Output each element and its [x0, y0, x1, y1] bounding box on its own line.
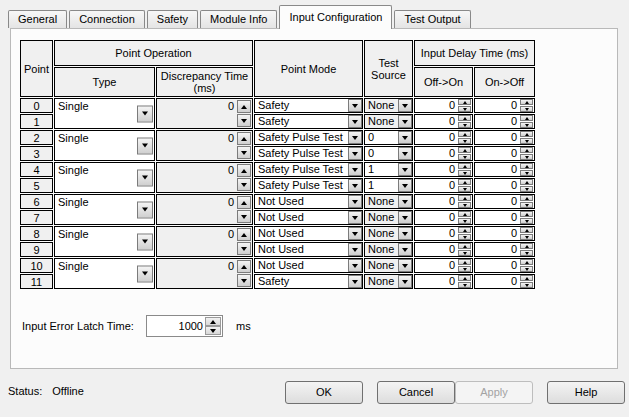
spin-down-icon[interactable]	[237, 114, 251, 127]
point-row-header[interactable]: 8	[20, 226, 53, 241]
spin-up-icon[interactable]	[458, 131, 471, 137]
spin-down-icon[interactable]	[520, 234, 533, 240]
test-source-combo[interactable]: None	[364, 194, 413, 209]
test-source-combo[interactable]: None	[364, 274, 413, 289]
spin-down-icon[interactable]	[520, 250, 533, 256]
chevron-down-icon[interactable]	[398, 131, 412, 144]
spin-down-icon[interactable]	[458, 202, 471, 208]
chevron-down-icon[interactable]	[398, 163, 412, 176]
spin-up-icon[interactable]	[520, 195, 533, 201]
chevron-down-icon[interactable]	[348, 227, 362, 240]
test-source-combo[interactable]: None	[364, 210, 413, 225]
spin-up-icon[interactable]	[458, 195, 471, 201]
chevron-down-icon[interactable]	[398, 227, 412, 240]
chevron-down-icon[interactable]	[398, 179, 412, 192]
tab-input-configuration[interactable]: Input Configuration	[279, 5, 392, 29]
spin-up-icon[interactable]	[520, 131, 533, 137]
spin-down-icon[interactable]	[237, 210, 251, 223]
point-mode-combo[interactable]: Not Used	[254, 226, 363, 241]
off-on-delay-spinner[interactable]: 0	[414, 130, 473, 145]
test-source-combo[interactable]: None	[364, 258, 413, 273]
spin-up-icon[interactable]	[520, 243, 533, 249]
point-row-header[interactable]: 10	[20, 258, 53, 273]
on-off-delay-spinner[interactable]: 0	[474, 274, 535, 289]
on-off-delay-spinner[interactable]: 0	[474, 114, 535, 129]
type-combo[interactable]: Single	[54, 162, 155, 193]
discrepancy-spinner[interactable]: 0	[156, 162, 253, 193]
cancel-button[interactable]: Cancel	[377, 381, 455, 404]
point-mode-combo[interactable]: Not Used	[254, 242, 363, 257]
point-row-header[interactable]: 7	[20, 210, 53, 225]
spin-up-icon[interactable]	[520, 259, 533, 265]
spin-down-icon[interactable]	[520, 218, 533, 224]
input-error-latch-time-spinner[interactable]: 1000	[146, 315, 223, 337]
spin-up-icon[interactable]	[237, 132, 251, 145]
chevron-down-icon[interactable]	[398, 147, 412, 160]
point-mode-combo[interactable]: Safety Pulse Test	[254, 146, 363, 161]
spin-up-icon[interactable]	[458, 259, 471, 265]
point-row-header[interactable]: 2	[20, 130, 53, 145]
chevron-down-icon[interactable]	[348, 259, 362, 272]
tab-safety[interactable]: Safety	[147, 10, 198, 28]
off-on-delay-spinner[interactable]: 0	[414, 226, 473, 241]
off-on-delay-spinner[interactable]: 0	[414, 162, 473, 177]
spin-down-icon[interactable]	[458, 186, 471, 192]
chevron-down-icon[interactable]	[348, 131, 362, 144]
spin-down-icon[interactable]	[520, 186, 533, 192]
off-on-delay-spinner[interactable]: 0	[414, 274, 473, 289]
point-mode-combo[interactable]: Safety	[254, 98, 363, 113]
spin-down-icon[interactable]	[205, 326, 221, 335]
spin-down-icon[interactable]	[237, 274, 251, 287]
test-source-combo[interactable]: 1	[364, 178, 413, 193]
point-mode-combo[interactable]: Safety Pulse Test	[254, 130, 363, 145]
type-combo[interactable]: Single	[54, 258, 155, 289]
tab-connection[interactable]: Connection	[69, 10, 145, 28]
ok-button[interactable]: OK	[285, 381, 363, 404]
type-combo[interactable]: Single	[54, 130, 155, 161]
point-row-header[interactable]: 6	[20, 194, 53, 209]
spin-down-icon[interactable]	[458, 234, 471, 240]
spin-up-icon[interactable]	[237, 164, 251, 177]
chevron-down-icon[interactable]	[398, 275, 412, 288]
tab-module-info[interactable]: Module Info	[200, 10, 277, 28]
type-combo[interactable]: Single	[54, 194, 155, 225]
test-source-combo[interactable]: 1	[364, 162, 413, 177]
discrepancy-spinner[interactable]: 0	[156, 226, 253, 257]
on-off-delay-spinner[interactable]: 0	[474, 242, 535, 257]
help-button[interactable]: Help	[547, 381, 625, 404]
on-off-delay-spinner[interactable]: 0	[474, 146, 535, 161]
point-row-header[interactable]: 0	[20, 98, 53, 113]
spin-up-icon[interactable]	[520, 99, 533, 105]
spin-up-icon[interactable]	[458, 147, 471, 153]
point-row-header[interactable]: 5	[20, 178, 53, 193]
type-combo[interactable]: Single	[54, 98, 155, 129]
apply-button[interactable]: Apply	[455, 381, 533, 404]
type-combo[interactable]: Single	[54, 226, 155, 257]
spin-up-icon[interactable]	[458, 115, 471, 121]
off-on-delay-spinner[interactable]: 0	[414, 210, 473, 225]
off-on-delay-spinner[interactable]: 0	[414, 178, 473, 193]
chevron-down-icon[interactable]	[398, 115, 412, 128]
on-off-delay-spinner[interactable]: 0	[474, 226, 535, 241]
discrepancy-spinner[interactable]: 0	[156, 98, 253, 129]
chevron-down-icon[interactable]	[398, 211, 412, 224]
spin-up-icon[interactable]	[237, 228, 251, 241]
off-on-delay-spinner[interactable]: 0	[414, 98, 473, 113]
point-mode-combo[interactable]: Safety	[254, 274, 363, 289]
on-off-delay-spinner[interactable]: 0	[474, 258, 535, 273]
spin-down-icon[interactable]	[458, 106, 471, 112]
point-mode-combo[interactable]: Not Used	[254, 258, 363, 273]
tab-general[interactable]: General	[8, 10, 67, 28]
chevron-down-icon[interactable]	[348, 179, 362, 192]
test-source-combo[interactable]: None	[364, 114, 413, 129]
spin-up-icon[interactable]	[458, 179, 471, 185]
off-on-delay-spinner[interactable]: 0	[414, 194, 473, 209]
spin-up-icon[interactable]	[458, 227, 471, 233]
tab-test-output[interactable]: Test Output	[394, 10, 470, 28]
spin-up-icon[interactable]	[237, 196, 251, 209]
spin-down-icon[interactable]	[520, 106, 533, 112]
spin-down-icon[interactable]	[237, 146, 251, 159]
spin-down-icon[interactable]	[520, 138, 533, 144]
spin-up-icon[interactable]	[520, 227, 533, 233]
spin-down-icon[interactable]	[520, 122, 533, 128]
